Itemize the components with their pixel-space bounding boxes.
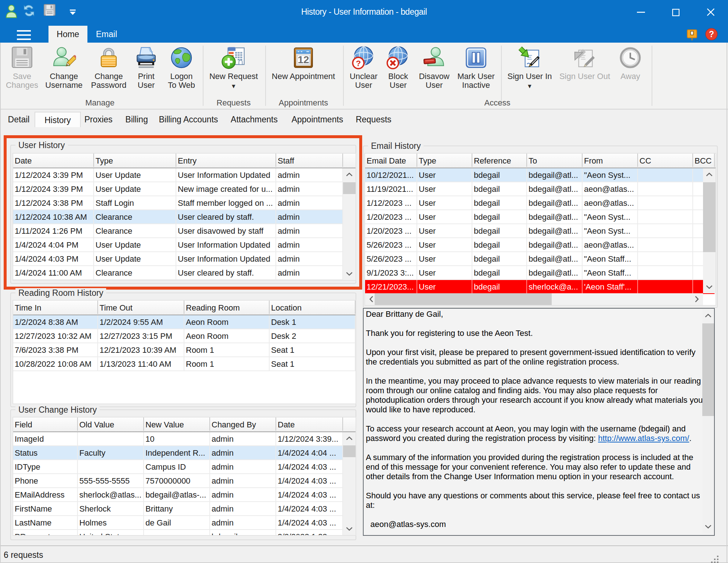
svg-text:?: ? [709, 29, 714, 39]
svg-text:?: ? [356, 58, 361, 68]
svg-text:12: 12 [298, 54, 309, 65]
